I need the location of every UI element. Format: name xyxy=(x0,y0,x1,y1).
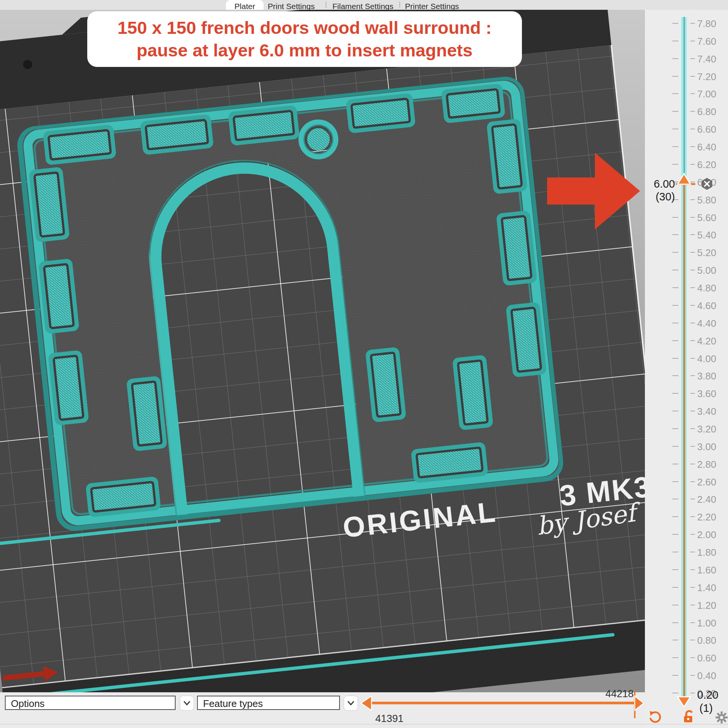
unlock-icon[interactable] xyxy=(682,710,695,723)
tab-plater[interactable]: Plater xyxy=(226,0,264,10)
chevron-down-icon xyxy=(182,698,192,708)
settings-tab-bar: Plater Print Settings Filament Settings … xyxy=(0,0,728,10)
feature-types-dropdown-button[interactable] xyxy=(344,696,358,711)
big-red-arrow-icon xyxy=(538,147,647,237)
window-bottom-divider xyxy=(0,724,728,725)
layer-slider-selected-range xyxy=(683,184,685,700)
layer-slider-upper-handle[interactable] xyxy=(676,172,691,186)
gcode-move-max-value: 44218 xyxy=(581,688,634,700)
gcode-move-min-value: 41391 xyxy=(375,713,404,725)
annotation-line1: 150 x 150 french doors wood wall surroun… xyxy=(117,17,491,39)
annotation-card: 150 x 150 french doors wood wall surroun… xyxy=(87,11,522,67)
annotation-line2: pause at layer 6.0 mm to insert magnets xyxy=(136,39,472,62)
upper-layer-height-value: 6.00 xyxy=(645,178,675,190)
tab-printer-settings[interactable]: Printer Settings xyxy=(405,0,459,13)
gcode-move-slider-track[interactable] xyxy=(370,702,635,704)
close-icon[interactable] xyxy=(700,177,714,191)
chevron-down-icon xyxy=(346,698,356,708)
gcode-preview-viewport[interactable]: ORIGINAL 3 MK3 by Josef Pr xyxy=(0,10,645,692)
tab-print-settings[interactable]: Print Settings xyxy=(268,0,315,13)
options-dropdown-button[interactable] xyxy=(180,696,194,711)
options-combo[interactable]: Options xyxy=(5,696,176,710)
feature-types-combo[interactable]: Feature types xyxy=(197,696,340,710)
lower-layer-index: (1) xyxy=(699,702,713,714)
lower-layer-height-value: 0.20 xyxy=(697,689,718,701)
gcode-move-slider-left-handle[interactable] xyxy=(359,695,373,711)
gcode-move-slider-right-handle[interactable] xyxy=(634,695,645,711)
upper-layer-index: (30) xyxy=(645,191,675,203)
layer-slider-panel: 7.807.607.407.207.006.806.606.406.206.00… xyxy=(645,10,728,728)
gear-icon[interactable] xyxy=(715,711,728,724)
undo-icon[interactable] xyxy=(648,710,662,724)
prusaslicer-window: ORIGINAL 3 MK3 by Josef Pr xyxy=(0,0,728,728)
layer-slider-lower-handle[interactable] xyxy=(676,696,691,708)
tab-filament-settings[interactable]: Filament Settings xyxy=(332,0,393,13)
